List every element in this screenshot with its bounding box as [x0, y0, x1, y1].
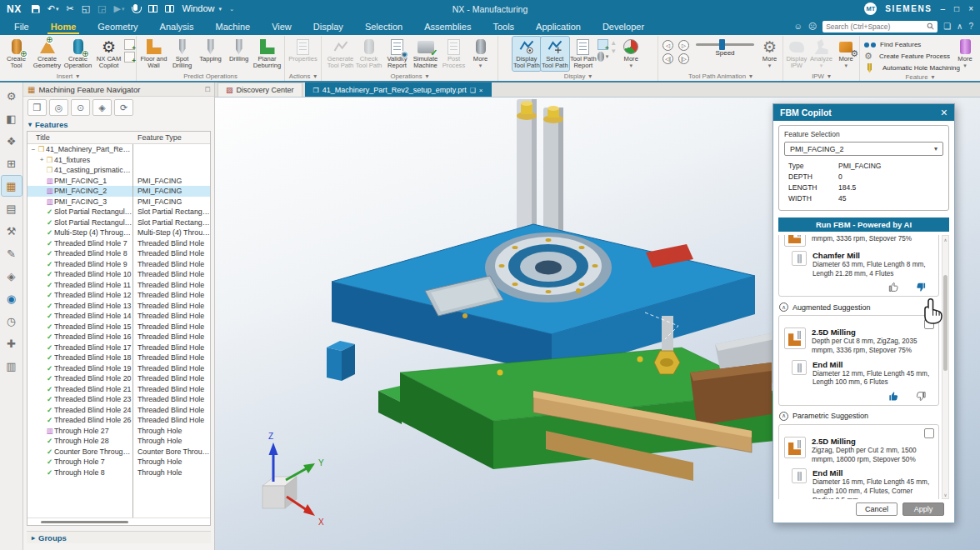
feature-row[interactable]: Through Hole 28 Through Hole [28, 436, 210, 447]
window-icon[interactable] [165, 5, 174, 12]
go-to-end-button[interactable]: |▷ [678, 53, 689, 64]
feedback-frown-icon[interactable]: ☹ [808, 22, 817, 31]
help-icon[interactable]: ? [968, 22, 973, 31]
thumbs-up-icon[interactable] [888, 391, 899, 402]
speed-slider-knob[interactable] [719, 39, 725, 50]
feature-selection-dropdown[interactable]: PMI_FACING_2 ▾ [784, 142, 943, 156]
menu-tab[interactable]: Developer [592, 18, 655, 35]
automatic-hole-machining-button[interactable]: Automatic Hole Machining [864, 62, 951, 73]
microphone-icon[interactable] [132, 4, 141, 14]
suggestion-checkbox[interactable] [924, 428, 934, 438]
menu-tab[interactable]: Analysis [149, 18, 205, 35]
cancel-button[interactable]: Cancel [856, 502, 898, 516]
sidebar-navigator-item[interactable]: ❖ [2, 131, 22, 151]
select-tool-path-button[interactable]: Select Tool Path [541, 37, 569, 71]
feature-row[interactable]: Through Hole 8 Through Hole [28, 468, 210, 478]
feature-row[interactable]: PMI_FACING_3 PMI_FACING [28, 197, 210, 208]
display-tool-path-button[interactable]: Display Tool Path [512, 37, 541, 71]
sidebar-navigator-item[interactable]: ◈ [2, 266, 22, 286]
scrollbar-thumb[interactable] [943, 275, 948, 371]
tool-path-report-button[interactable]: Tool Path Report [569, 37, 598, 71]
feature-row[interactable]: Threaded Blind Hole 10 Threaded Blind Ho… [28, 269, 210, 280]
sidebar-navigator-item[interactable]: ✎ [2, 243, 22, 263]
suggestion-card-augmented[interactable]: 2.5D Milling Depth per Cut 8 mm, ZigZag,… [778, 315, 939, 406]
close-button[interactable]: × [968, 4, 973, 13]
feature-row[interactable]: Slot Partial Rectangular 5 Slot Partial … [28, 218, 210, 228]
validity-report-button[interactable]: Validity Report [383, 37, 412, 71]
menu-tab[interactable]: File [3, 18, 40, 35]
feature-row[interactable]: PMI_FACING_1 PMI_FACING [28, 176, 210, 187]
feature-row[interactable]: Threaded Blind Hole 14 Threaded Blind Ho… [28, 311, 210, 322]
navigator-toolbar-button[interactable]: ◈ [92, 99, 112, 116]
sidebar-navigator-item[interactable]: ⊞ [2, 153, 22, 173]
tree-expander[interactable]: − [30, 146, 37, 153]
augmented-suggestion-header[interactable]: ∧ Augmented Suggestion [779, 302, 939, 312]
feature-row[interactable]: Threaded Blind Hole 11 Threaded Blind Ho… [28, 280, 210, 291]
display-more-button[interactable]: More▾ [618, 37, 643, 70]
features-section-header[interactable]: ▾ Features [23, 118, 214, 131]
sidebar-navigator-item[interactable]: ▤ [2, 198, 22, 218]
sidebar-navigator-item[interactable]: ◉ [2, 288, 22, 308]
avatar[interactable]: MT [864, 2, 877, 15]
column-feature-type[interactable]: Feature Type [133, 133, 210, 142]
tab-part-file[interactable]: ❒ 41_Machinery_Part_Rev2_setup_empty.prt… [305, 82, 492, 97]
suggestion-card-previous[interactable]: Depth per Cut 8 mm, ZigZag, 2035 mmpm, 3… [778, 235, 939, 297]
simulate-machine-button[interactable]: Simulate Machine [412, 37, 440, 71]
horizontal-scrollbar[interactable] [28, 518, 210, 525]
new-window-icon[interactable]: ❏ [470, 87, 476, 94]
feature-row[interactable]: Threaded Blind Hole 23 Threaded Blind Ho… [28, 394, 210, 405]
minimize-button[interactable]: – [941, 4, 946, 13]
scroll-down-icon[interactable]: ∨ [943, 491, 947, 498]
menu-tab[interactable]: Home [40, 18, 88, 35]
feature-row[interactable]: Threaded Blind Hole 15 Threaded Blind Ho… [28, 322, 210, 332]
apply-button[interactable]: Apply [902, 502, 944, 516]
menu-tab[interactable]: Application [525, 18, 592, 35]
create-geometry-button[interactable]: Create Geometry [32, 37, 62, 71]
feature-row[interactable]: Through Hole 27 Through Hole [28, 426, 210, 437]
tapping-button[interactable]: Tapping [197, 37, 225, 63]
restore-button[interactable]: □ [954, 4, 959, 13]
copy-icon[interactable]: ◱ [82, 4, 90, 13]
nx-cam-copilot-button[interactable]: ⚙NX CAM Copilot [93, 37, 124, 71]
navigator-toolbar-button[interactable]: ⊙ [71, 99, 90, 116]
minimize-ribbon-icon[interactable]: ∧ [957, 22, 962, 31]
animation-more-button[interactable]: ⚙More▾ [758, 37, 782, 70]
sidebar-navigator-item[interactable]: ▦ [2, 176, 22, 196]
menu-tab[interactable]: Selection [354, 18, 413, 35]
feature-row[interactable]: PMI_FACING_2 PMI_FACING [28, 186, 210, 197]
operations-more-button[interactable]: More▾ [468, 37, 493, 70]
drilling-button[interactable]: Drilling [225, 37, 253, 63]
navigator-toolbar-button[interactable]: ◎ [49, 99, 68, 116]
thumbs-up-icon[interactable] [888, 282, 899, 292]
feature-row[interactable]: Threaded Blind Hole 12 Threaded Blind Ho… [28, 290, 210, 301]
cut-icon[interactable]: ✂ [66, 4, 73, 13]
navigator-toolbar-button[interactable]: ❒ [28, 99, 47, 116]
feature-row[interactable]: 41_casting_prismatic_bla... [28, 165, 210, 176]
find-features-button[interactable]: Find Features [864, 39, 951, 50]
parametric-suggestion-header[interactable]: ∧ Parametric Suggestion [779, 412, 939, 421]
table-header[interactable]: Title Feature Type [28, 132, 210, 144]
sidebar-navigator-item[interactable]: ◷ [2, 311, 22, 331]
undock-panel-icon[interactable]: □ [206, 85, 210, 93]
sidebar-navigator-item[interactable]: ▥ [2, 356, 22, 376]
column-title[interactable]: Title [28, 133, 133, 142]
go-to-start-button[interactable]: ◁| [662, 53, 673, 64]
tool-display-toggle-icon[interactable] [598, 39, 608, 50]
play-button[interactable]: ▷ [678, 40, 689, 51]
menu-tab[interactable]: Geometry [87, 18, 148, 35]
command-search[interactable] [822, 21, 938, 32]
sidebar-navigator-item[interactable]: ⚒ [2, 221, 22, 241]
menu-tab[interactable]: Machine [205, 18, 262, 35]
feature-row[interactable]: Threaded Blind Hole 13 Threaded Blind Ho… [28, 301, 210, 312]
suggestion-checkbox[interactable] [924, 319, 934, 329]
spot-drilling-button[interactable]: Spot Drilling [168, 37, 197, 71]
create-operation-button[interactable]: Create Operation [62, 37, 93, 71]
feature-row[interactable]: Threaded Blind Hole 16 Threaded Blind Ho… [28, 332, 210, 342]
fbm-panel-header[interactable]: FBM Copilot × [773, 104, 954, 121]
feature-row[interactable]: Slot Partial Rectangular 4 Slot Partial … [28, 207, 210, 218]
save-icon[interactable] [32, 5, 40, 13]
tool-icon[interactable] [598, 52, 604, 62]
cascade-windows-icon[interactable] [148, 5, 158, 12]
feature-row[interactable]: Counter Bore Through H... Counter Bore T… [28, 447, 210, 458]
thumbs-down-icon[interactable] [916, 282, 927, 292]
